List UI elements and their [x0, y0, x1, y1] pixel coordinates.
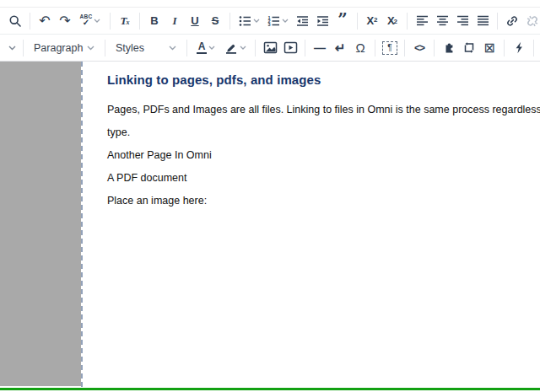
- separator: [110, 13, 111, 30]
- numbered-list-icon: 123: [267, 15, 280, 27]
- source-code-icon: <>: [414, 42, 424, 54]
- crop-button[interactable]: [459, 38, 479, 58]
- separator: [407, 13, 408, 30]
- editable-page-region[interactable]: Linking to pages, pdfs, and images Pages…: [81, 62, 540, 387]
- bold-button[interactable]: B: [144, 11, 165, 31]
- media-icon: [284, 41, 298, 54]
- editor-window: ↶ ↷ ABC ✓ Tx B I: [0, 0, 540, 392]
- undo-button[interactable]: ↶: [35, 11, 55, 31]
- paragraph-place-image: Place an image here:: [107, 191, 540, 211]
- overflow-dropdown-button[interactable]: [5, 38, 19, 58]
- justify-icon: [477, 15, 489, 26]
- editor-content-area: Linking to pages, pdfs, and images Pages…: [0, 62, 540, 387]
- chevron-down-icon: [240, 46, 246, 50]
- superscript-icon: X2: [366, 14, 377, 27]
- bold-icon: B: [150, 14, 158, 27]
- source-code-button[interactable]: <>: [409, 38, 429, 58]
- separator: [23, 40, 24, 56]
- align-right-button[interactable]: [452, 11, 472, 31]
- unlink-button[interactable]: [522, 11, 540, 31]
- spellcheck-icon: ABC ✓: [80, 14, 93, 28]
- insert-media-button[interactable]: [280, 38, 300, 58]
- lightning-icon: [514, 41, 524, 54]
- separator: [504, 40, 505, 56]
- paragraph-intro-line2: type.: [107, 123, 540, 142]
- separator: [375, 40, 375, 56]
- outdent-button[interactable]: [292, 11, 312, 31]
- insert-image-button[interactable]: [260, 38, 280, 58]
- omega-icon: Ω: [355, 40, 364, 55]
- redo-icon: ↷: [59, 13, 70, 29]
- separator: [255, 40, 256, 56]
- undo-icon: ↶: [39, 13, 50, 29]
- spellcheck-button[interactable]: ABC ✓: [75, 11, 105, 31]
- redo-button[interactable]: ↷: [55, 11, 75, 31]
- align-center-button[interactable]: [432, 11, 452, 31]
- outdent-icon: [296, 15, 309, 27]
- numbered-list-button[interactable]: 123: [263, 11, 292, 31]
- subscript-button[interactable]: X2: [382, 11, 402, 31]
- search-icon: [8, 14, 22, 28]
- separator: [186, 40, 187, 56]
- remove-format-button[interactable]: Tx: [115, 11, 135, 31]
- separator: [434, 40, 435, 56]
- highlight-button[interactable]: [220, 38, 251, 58]
- plugin-button[interactable]: [439, 38, 459, 58]
- justify-button[interactable]: [472, 11, 493, 31]
- link-button[interactable]: [502, 11, 522, 31]
- crop-icon: [462, 41, 476, 54]
- remove-format-icon: Tx: [121, 14, 130, 28]
- paragraph-intro-line1: Pages, PDFs and Images are all files. Li…: [107, 100, 540, 120]
- link-icon: [505, 14, 519, 28]
- underline-icon: U: [191, 14, 198, 27]
- subscript-icon: X2: [387, 14, 397, 27]
- superscript-button[interactable]: X2: [362, 11, 382, 31]
- line-break-button[interactable]: ↵: [330, 38, 350, 58]
- box-x-icon: ⊠: [483, 41, 494, 55]
- indent-icon: [316, 15, 329, 27]
- select-all-button[interactable]: ¶: [380, 38, 400, 58]
- image-icon: [263, 41, 278, 54]
- highlighter-icon: [224, 41, 238, 54]
- select-all-icon: ¶: [382, 41, 397, 55]
- blockquote-icon: ”: [338, 15, 348, 27]
- special-character-button[interactable]: Ω: [350, 38, 370, 58]
- chevron-down-icon: [282, 19, 289, 23]
- italic-icon: I: [172, 14, 176, 28]
- blockquote-button[interactable]: ”: [332, 11, 353, 31]
- text-color-button[interactable]: A: [192, 38, 220, 58]
- separator: [497, 13, 498, 30]
- non-editable-region: [0, 62, 81, 386]
- svg-text:3: 3: [267, 22, 270, 27]
- chevron-down-icon: [253, 19, 260, 23]
- separator: [404, 40, 405, 56]
- text-color-icon: A: [197, 41, 207, 54]
- align-left-button[interactable]: [412, 11, 432, 31]
- paragraph-format-dropdown[interactable]: Paragraph: [28, 37, 100, 59]
- toolbar-row-2: Paragraph Styles A: [0, 35, 540, 62]
- puzzle-icon: [442, 41, 456, 54]
- strikethrough-button[interactable]: S: [205, 11, 225, 31]
- link-text-pdf-document[interactable]: A PDF document: [107, 169, 540, 188]
- separator: [105, 40, 105, 56]
- separator: [30, 13, 30, 30]
- horizontal-line-button[interactable]: —: [310, 38, 330, 58]
- chevron-down-icon: [8, 46, 16, 51]
- link-text-another-page[interactable]: Another Page In Omni: [107, 146, 540, 165]
- underline-button[interactable]: U: [185, 11, 205, 31]
- embed-button[interactable]: ⊠: [479, 38, 500, 58]
- chevron-down-icon: [169, 46, 176, 51]
- bulleted-list-button[interactable]: [235, 11, 263, 31]
- enter-arrow-icon: ↵: [335, 40, 346, 56]
- strikethrough-icon: S: [212, 14, 219, 27]
- find-button[interactable]: [5, 11, 25, 31]
- italic-button[interactable]: I: [165, 11, 185, 31]
- unlink-icon: [526, 14, 539, 28]
- separator: [139, 13, 140, 30]
- paragraph-format-label: Paragraph: [34, 42, 83, 54]
- separator: [230, 13, 230, 30]
- macro-button[interactable]: [509, 38, 529, 58]
- indent-button[interactable]: [312, 11, 332, 31]
- chevron-down-icon: [208, 46, 215, 50]
- styles-dropdown[interactable]: Styles: [110, 37, 182, 59]
